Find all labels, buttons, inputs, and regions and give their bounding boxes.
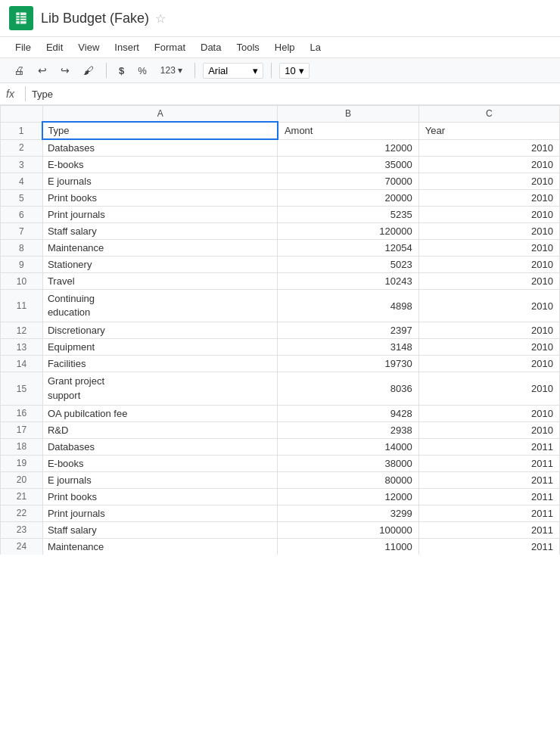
cell-amount[interactable]: 12000 [278,139,418,157]
menu-tools[interactable]: Tools [230,39,265,56]
cell-type[interactable]: Travel [42,273,278,290]
table-row[interactable]: 15Grant projectsupport80362010 [1,372,560,405]
cell-amount[interactable]: 100000 [278,521,418,538]
cell-amount[interactable]: 12000 [278,488,418,505]
cell-year[interactable]: 2010 [418,223,559,240]
cell-year[interactable]: 2010 [418,157,559,173]
cell-type[interactable]: Discretionary [42,322,278,339]
undo-button[interactable]: ↩ [33,61,51,79]
table-row[interactable]: 20E journals800002011 [1,471,560,488]
cell-amount[interactable]: 12054 [278,240,418,257]
cell-year[interactable]: 2010 [418,139,559,157]
currency-button[interactable]: $ [114,62,129,79]
cell-type[interactable]: Maintenance [42,538,278,555]
cell-type[interactable]: Type [42,122,278,139]
cell-amount[interactable]: Amont [278,122,418,139]
table-row[interactable]: 11Continuingeducation48982010 [1,290,560,322]
table-row[interactable]: 2Databases120002010 [1,139,560,157]
percent-button[interactable]: % [133,62,151,79]
cell-amount[interactable]: 35000 [278,157,418,173]
cell-type[interactable]: Print journals [42,207,278,223]
col-header-b[interactable]: B [278,106,418,123]
cell-type[interactable]: Stationery [42,257,278,273]
menu-edit[interactable]: Edit [40,39,69,56]
table-row[interactable]: 8Maintenance120542010 [1,240,560,257]
cell-type[interactable]: Facilities [42,356,278,372]
cell-year[interactable]: 2010 [418,421,559,438]
cell-amount[interactable]: 8036 [278,372,418,405]
cell-amount[interactable]: 20000 [278,190,418,207]
cell-year[interactable]: 2010 [418,173,559,190]
table-row[interactable]: 24Maintenance110002011 [1,538,560,555]
table-row[interactable]: 14Facilities197302010 [1,356,560,372]
table-row[interactable]: 4E journals700002010 [1,173,560,190]
cell-amount[interactable]: 3148 [278,339,418,356]
cell-year[interactable]: Year [418,122,559,139]
cell-amount[interactable]: 5235 [278,207,418,223]
cell-type[interactable]: Databases [42,139,278,157]
cell-type[interactable]: Equipment [42,339,278,356]
cell-type[interactable]: Databases [42,438,278,455]
menu-help[interactable]: Help [269,39,301,56]
cell-amount[interactable]: 38000 [278,455,418,471]
cell-type[interactable]: E journals [42,471,278,488]
cell-amount[interactable]: 70000 [278,173,418,190]
cell-amount[interactable]: 5023 [278,257,418,273]
table-row[interactable]: 3E-books350002010 [1,157,560,173]
cell-amount[interactable]: 11000 [278,538,418,555]
cell-year[interactable]: 2010 [418,372,559,405]
cell-type[interactable]: E journals [42,173,278,190]
cell-year[interactable]: 2010 [418,190,559,207]
cell-year[interactable]: 2011 [418,455,559,471]
cell-type[interactable]: E-books [42,157,278,173]
menu-format[interactable]: Format [148,39,191,56]
cell-year[interactable]: 2010 [418,273,559,290]
cell-amount[interactable]: 80000 [278,471,418,488]
cell-amount[interactable]: 10243 [278,273,418,290]
cell-type[interactable]: Print books [42,190,278,207]
cell-amount[interactable]: 19730 [278,356,418,372]
cell-amount[interactable]: 120000 [278,223,418,240]
format-number-button[interactable]: 123 ▾ [156,62,187,79]
cell-year[interactable]: 2010 [418,290,559,322]
cell-year[interactable]: 2011 [418,521,559,538]
cell-amount[interactable]: 4898 [278,290,418,322]
cell-year[interactable]: 2011 [418,438,559,455]
table-row[interactable]: 5Print books200002010 [1,190,560,207]
cell-year[interactable]: 2010 [418,207,559,223]
cell-year[interactable]: 2010 [418,240,559,257]
font-selector[interactable]: Arial ▾ [203,63,263,79]
cell-type[interactable]: OA pubilcation fee [42,405,278,421]
table-row[interactable]: 9Stationery50232010 [1,257,560,273]
cell-year[interactable]: 2011 [418,538,559,555]
cell-amount[interactable]: 9428 [278,405,418,421]
paint-format-button[interactable]: 🖌 [79,61,98,79]
cell-type[interactable]: Staff salary [42,223,278,240]
cell-type[interactable]: Print books [42,488,278,505]
table-row[interactable]: 16OA pubilcation fee94282010 [1,405,560,421]
cell-amount[interactable]: 2397 [278,322,418,339]
table-row[interactable]: 6Print journals52352010 [1,207,560,223]
cell-type[interactable]: Maintenance [42,240,278,257]
table-row[interactable]: 22Print journals32992011 [1,505,560,521]
table-row[interactable]: 23Staff salary1000002011 [1,521,560,538]
col-header-a[interactable]: A [42,106,278,123]
cell-type[interactable]: E-books [42,455,278,471]
table-row[interactable]: 18Databases140002011 [1,438,560,455]
cell-year[interactable]: 2010 [418,257,559,273]
cell-year[interactable]: 2011 [418,471,559,488]
cell-year[interactable]: 2011 [418,488,559,505]
cell-amount[interactable]: 3299 [278,505,418,521]
cell-year[interactable]: 2010 [418,356,559,372]
menu-view[interactable]: View [72,39,105,56]
menu-data[interactable]: Data [194,39,227,56]
cell-year[interactable]: 2010 [418,322,559,339]
table-row[interactable]: 17R&D29382010 [1,421,560,438]
cell-type[interactable]: Continuingeducation [42,290,278,322]
table-row[interactable]: 13Equipment31482010 [1,339,560,356]
cell-type[interactable]: Grant projectsupport [42,372,278,405]
menu-insert[interactable]: Insert [108,39,145,56]
col-header-c[interactable]: C [418,106,559,123]
cell-amount[interactable]: 14000 [278,438,418,455]
menu-la[interactable]: La [304,39,327,56]
